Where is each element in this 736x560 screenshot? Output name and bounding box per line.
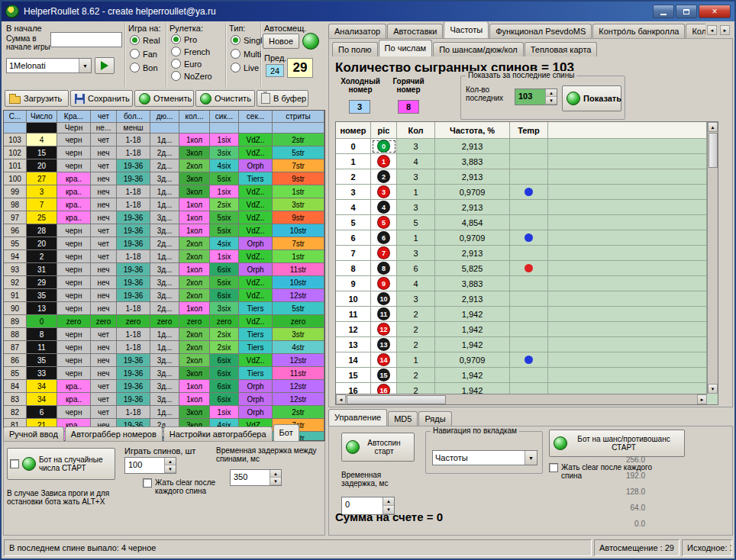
tab-autograbber-settings[interactable]: Настройки автограббера: [163, 426, 273, 441]
radio-multi[interactable]: Multi: [231, 49, 261, 59]
random-bot-checkbox[interactable]: [10, 459, 19, 468]
bot-clear-checkbox[interactable]: [143, 478, 152, 488]
spin-row[interactable]: 8434кра..чет19-363д...1кол6sixOrph12str: [4, 380, 324, 393]
freq-row[interactable]: 4432,913: [336, 200, 707, 215]
radio-bon[interactable]: Bon: [130, 63, 158, 72]
freq-row[interactable]: 161621,942: [336, 383, 707, 394]
show-button[interactable]: Показать: [562, 85, 621, 111]
spin-row[interactable]: 8334кра..чет19-363д...1кол6sixOrph12str: [4, 393, 324, 406]
tab-manual-input[interactable]: Ручной ввод: [3, 426, 64, 441]
spin-row[interactable]: 9013черннеч1-182д...1кол3sixTiers5str: [4, 302, 324, 315]
autospin-start-button[interactable]: Автоспин старт: [341, 433, 415, 462]
spinner-down-icon[interactable]: ▼: [270, 478, 281, 485]
freq-row[interactable]: 141410,9709: [336, 352, 707, 368]
freq-vertical-scrollbar[interactable]: ▲ ▼: [707, 122, 718, 394]
spin-row[interactable]: 10215черннеч1-182д...3кол3sixVdZ..5str: [4, 146, 324, 159]
tab-bankroll[interactable]: Контро́ль банкролла: [592, 24, 685, 38]
spinner-up-icon[interactable]: ▲: [383, 497, 394, 506]
freq-row[interactable]: 8865,825: [336, 261, 707, 276]
nav-tabs-combobox[interactable]: Частоты ▼: [432, 450, 537, 465]
spinner-down-icon[interactable]: ▼: [546, 97, 557, 105]
play-button[interactable]: [95, 57, 115, 74]
spin-row[interactable]: 9520чернчет19-362д...2кол4sixOrph7str: [4, 237, 324, 250]
tab-by-chances[interactable]: По шансам/дюж/кол: [433, 42, 524, 56]
tab-by-numbers[interactable]: По числам: [379, 40, 433, 56]
spin-row[interactable]: 888чернчет1-181д...2кол2sixTiers3str: [4, 328, 324, 341]
spin-row[interactable]: 993кра..неч1-181д...3кол1sixVdZ..1str: [4, 185, 324, 198]
tab-bot[interactable]: Бот: [273, 424, 299, 441]
spin-row[interactable]: 890zerozerozerozerozerozeroVdZ..zero: [4, 315, 324, 328]
freq-row[interactable]: 3310,9709: [336, 185, 707, 200]
freq-row[interactable]: 111121,942: [336, 307, 707, 322]
radio-nozero[interactable]: NoZero: [171, 71, 212, 81]
freq-row[interactable]: 0032,913: [336, 139, 707, 154]
spin-row[interactable]: 1034чернчет1-181д...1кол1sixVdZ..2str: [4, 134, 324, 146]
radio-euro[interactable]: Euro: [171, 59, 202, 69]
spin-row[interactable]: 826чернчет1-181д...3кол1sixOrph2str: [4, 406, 324, 419]
spin-row[interactable]: 10027кра..неч19-363д...3кол5sixTiers9str: [4, 172, 324, 185]
tab-heatmap[interactable]: Тепловая карта: [525, 42, 598, 56]
tab-control[interactable]: Управление: [328, 409, 387, 426]
spin-row[interactable]: 8533черннеч19-363д...3кол6sixTiers11str: [4, 367, 324, 380]
freq-row[interactable]: 7732,913: [336, 246, 707, 261]
scroll-down-icon[interactable]: ▼: [708, 384, 718, 394]
minimize-button[interactable]: [653, 5, 674, 18]
tabs-scroll-left[interactable]: ◄: [707, 25, 717, 35]
control-clear-checkbox[interactable]: [549, 463, 558, 472]
freq-row[interactable]: 151521,942: [336, 368, 707, 383]
spins-table[interactable]: С... Число Кра... чет бол... дю... кол..…: [3, 110, 325, 441]
new-autoshift-button[interactable]: Новое: [263, 34, 299, 49]
horizontal-scroll-thumb[interactable]: [347, 395, 446, 404]
load-button[interactable]: Загрузить: [5, 90, 69, 107]
radio-real[interactable]: Real: [130, 35, 160, 45]
close-button[interactable]: ×: [699, 5, 731, 18]
freq-row[interactable]: 1143,883: [336, 154, 707, 169]
spin-row[interactable]: 10120чернчет19-362д...2кол4sixOrph7str: [4, 159, 324, 172]
copy-buffer-button[interactable]: В буфер: [257, 90, 308, 107]
spin-row[interactable]: 942чернчет1-181д...2кол1sixVdZ..1str: [4, 250, 324, 263]
scroll-up-icon[interactable]: ▲: [708, 122, 718, 132]
freq-row[interactable]: 2232,913: [336, 169, 707, 185]
radio-singl[interactable]: Singl: [231, 35, 262, 45]
chevron-down-icon[interactable]: ▼: [525, 451, 537, 465]
spin-row[interactable]: 987кра..неч1-181д...1кол2sixVdZ..3str: [4, 198, 324, 211]
freq-table[interactable]: номер pic Кол Частота, % Temp 0032,91311…: [335, 121, 718, 405]
undo-button[interactable]: Отменить: [134, 90, 194, 107]
tab-autobets[interactable]: Автоставки: [387, 24, 443, 38]
freq-row[interactable]: 121221,942: [336, 322, 707, 337]
radio-fan[interactable]: Fan: [130, 49, 157, 59]
tab-md5[interactable]: MD5: [388, 411, 418, 426]
spinner-up-icon[interactable]: ▲: [270, 470, 281, 478]
spin-row[interactable]: 9135черннеч19-363д...2кол6sixVdZ..12str: [4, 289, 324, 302]
last-spins-spinner[interactable]: 103 ▲▼: [515, 89, 557, 105]
radio-live[interactable]: Live: [231, 63, 259, 72]
spinner-up-icon[interactable]: ▲: [165, 458, 176, 465]
vertical-scroll-thumb[interactable]: [709, 133, 718, 168]
tab-autograbber[interactable]: Автограббер номеров: [65, 426, 163, 441]
bot-delay-spinner[interactable]: 350 ▲▼: [230, 469, 282, 486]
spin-row[interactable]: 9331черннеч19-363д...1кол6sixOrph11str: [4, 263, 324, 276]
profile-combobox[interactable]: 1Melonati ▼: [6, 58, 92, 73]
tab-psevdoms[interactable]: Функционал PsevdoMS: [489, 24, 592, 38]
tab-frequencies[interactable]: Частоты: [444, 22, 489, 38]
scroll-right-icon[interactable]: ►: [697, 394, 707, 404]
spinner-down-icon[interactable]: ▼: [165, 465, 176, 473]
freq-row[interactable]: 6610,9709: [336, 230, 707, 246]
random-bot-start-button[interactable]: Бот на случайные числа СТАРТ: [7, 448, 115, 480]
spin-row[interactable]: 9628чернчет19-363д...1кол5sixVdZ..10str: [4, 224, 324, 237]
radio-pro[interactable]: Pro: [171, 34, 197, 44]
radio-french[interactable]: French: [171, 47, 210, 56]
bot-clear-checkbox-row[interactable]: Жать clear после каждого спина: [143, 478, 234, 495]
chevron-down-icon[interactable]: ▼: [79, 59, 91, 72]
freq-horizontal-scrollbar[interactable]: ◄ ►: [336, 394, 707, 404]
spin-row[interactable]: 8635черннеч19-363д...2кол6sixVdZ..12str: [4, 354, 324, 367]
freq-row[interactable]: 131321,942: [336, 337, 707, 352]
freq-row[interactable]: 5554,854: [336, 215, 707, 230]
tab-wheel[interactable]: Колесо: [686, 24, 705, 38]
freq-row[interactable]: 101032,913: [336, 291, 707, 307]
scroll-left-icon[interactable]: ◄: [336, 394, 346, 404]
spins-count-spinner[interactable]: 100 ▲▼: [124, 457, 176, 474]
spinner-up-icon[interactable]: ▲: [546, 89, 557, 97]
spin-row[interactable]: 8711черннеч1-181д...2кол2sixTiers4str: [4, 341, 324, 354]
titlebar[interactable]: HelperRoullet 8.62 - create helperroulle…: [2, 2, 734, 21]
